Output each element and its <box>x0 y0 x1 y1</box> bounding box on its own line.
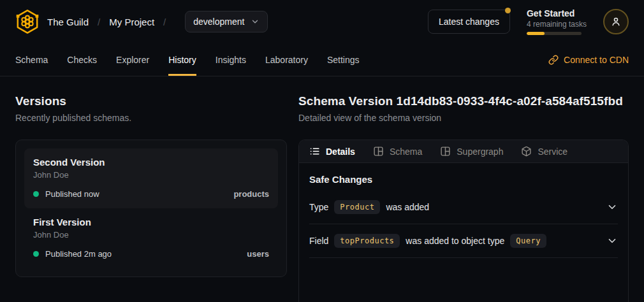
version-list-item[interactable]: Second Version John Doe Published now pr… <box>24 148 278 208</box>
guild-logo-icon[interactable] <box>15 8 47 35</box>
get-started-subtitle: 4 remaining tasks <box>527 20 587 29</box>
tab-label: Settings <box>327 55 360 65</box>
tab-label: Schema <box>15 55 48 65</box>
version-meta: Published 2m ago users <box>33 249 269 259</box>
get-started-title: Get Started <box>527 8 587 18</box>
tab-label: History <box>168 55 196 65</box>
detail-tab-supergraph[interactable]: Supergraph <box>440 146 503 157</box>
safe-changes-heading: Safe Changes <box>309 174 618 185</box>
version-status: Published 2m ago <box>45 249 112 259</box>
tab-label: Insights <box>216 55 246 65</box>
change-code: Product <box>334 200 380 214</box>
version-list-item[interactable]: First Version John Doe Published 2m ago … <box>24 208 278 268</box>
tab-checks[interactable]: Checks <box>67 43 97 76</box>
schema-version-title: Schema Version 1d14db83-0933-4f4c-a02f-a… <box>298 94 629 108</box>
version-service-name: products <box>233 189 269 199</box>
breadcrumb-separator: / <box>98 17 100 27</box>
get-started-widget[interactable]: Get Started 4 remaining tasks <box>527 8 587 35</box>
change-prefix: Field <box>309 236 328 246</box>
published-status-dot <box>33 251 39 257</box>
detail-tabs: Details Schema Sup <box>299 140 628 163</box>
header-right: Latest changes Get Started 4 remaining t… <box>428 8 629 35</box>
panels-icon <box>373 146 384 157</box>
tab-label: Checks <box>67 55 97 65</box>
nav-tabs: Schema Checks Explorer History Insights … <box>15 43 360 76</box>
app-header: The Guild / My Project / development Lat… <box>0 0 644 43</box>
detail-tab-details[interactable]: Details <box>309 146 355 157</box>
notification-dot <box>505 8 511 13</box>
version-name: Second Version <box>33 157 269 168</box>
detail-tab-schema[interactable]: Schema <box>373 146 422 157</box>
versions-subtitle: Recently published schemas. <box>15 113 287 123</box>
tab-insights[interactable]: Insights <box>216 43 246 76</box>
versions-list: Second Version John Doe Published now pr… <box>15 140 287 277</box>
version-author: John Doe <box>33 170 269 180</box>
chevron-down-icon <box>251 17 260 26</box>
detail-tab-label: Details <box>326 147 355 157</box>
detail-tab-label: Schema <box>390 147 422 157</box>
chevron-down-icon[interactable] <box>606 235 618 247</box>
versions-column: Versions Recently published schemas. Sec… <box>15 94 287 302</box>
version-service-name: users <box>247 249 269 259</box>
change-row[interactable]: Field topProducts was added to object ty… <box>309 224 618 258</box>
change-prefix: Type <box>309 202 328 212</box>
tab-explorer[interactable]: Explorer <box>116 43 149 76</box>
version-meta: Published now products <box>33 189 269 199</box>
get-started-progress-fill <box>527 32 545 35</box>
change-description: was added <box>386 202 429 212</box>
tab-label: Explorer <box>116 55 149 65</box>
cube-icon <box>521 146 532 157</box>
person-icon <box>610 16 622 27</box>
chevron-down-icon[interactable] <box>606 201 618 213</box>
detail-tab-service[interactable]: Service <box>521 146 567 157</box>
schema-version-subtitle: Detailed view of the schema version <box>298 113 629 123</box>
user-avatar[interactable] <box>603 9 629 34</box>
latest-changes-button[interactable]: Latest changes <box>428 10 510 34</box>
get-started-progress-track <box>527 32 582 35</box>
published-status-dot <box>33 191 39 197</box>
tab-history[interactable]: History <box>168 43 196 76</box>
detail-tab-label: Supergraph <box>457 147 503 157</box>
change-description: was added to object type <box>406 236 504 246</box>
tab-laboratory[interactable]: Laboratory <box>265 43 308 76</box>
change-row[interactable]: Type Product was added <box>309 191 618 224</box>
target-select[interactable]: development <box>185 11 268 32</box>
breadcrumb-org[interactable]: The Guild <box>47 17 89 27</box>
connect-to-cdn-link[interactable]: Connect to CDN <box>548 43 629 76</box>
panels-icon <box>440 146 451 157</box>
version-status: Published now <box>45 189 99 199</box>
project-nav: Schema Checks Explorer History Insights … <box>0 43 644 76</box>
connect-to-cdn-label: Connect to CDN <box>564 55 629 65</box>
list-icon <box>309 146 320 157</box>
tab-schema[interactable]: Schema <box>15 43 48 76</box>
schema-version-column: Schema Version 1d14db83-0933-4f4c-a02f-a… <box>298 94 629 302</box>
change-code: Query <box>510 234 546 248</box>
breadcrumb-separator: / <box>163 17 166 27</box>
latest-changes-label: Latest changes <box>439 17 499 27</box>
change-code: topProducts <box>334 234 400 248</box>
version-author: John Doe <box>33 230 269 240</box>
schema-version-detail-card: Details Schema Sup <box>298 140 629 302</box>
main-content: Versions Recently published schemas. Sec… <box>0 76 644 302</box>
link-icon <box>548 55 559 65</box>
detail-body: Safe Changes Type Product was added Fiel… <box>299 163 628 258</box>
tab-settings[interactable]: Settings <box>327 43 360 76</box>
breadcrumb-project[interactable]: My Project <box>109 17 154 27</box>
tab-label: Laboratory <box>265 55 308 65</box>
versions-title: Versions <box>15 94 287 108</box>
version-name: First Version <box>33 217 269 227</box>
target-select-value: development <box>193 17 244 27</box>
detail-tab-label: Service <box>538 147 567 157</box>
